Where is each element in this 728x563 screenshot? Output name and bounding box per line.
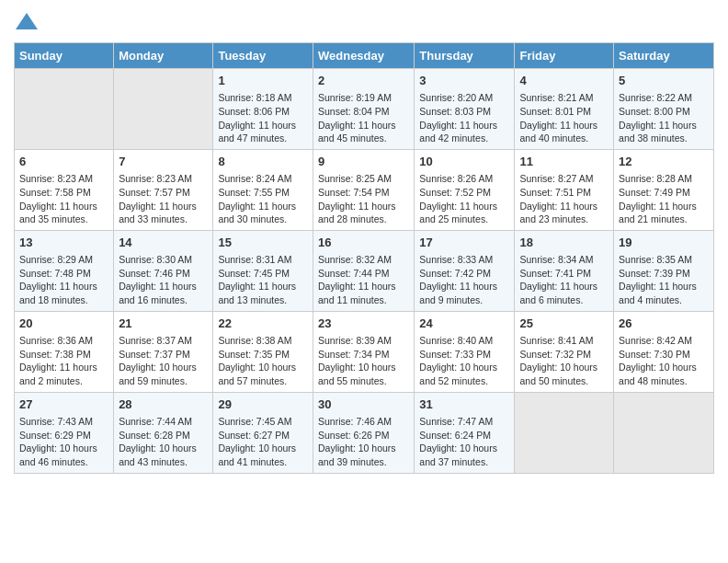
- day-number: 5: [619, 73, 709, 89]
- day-info: Sunrise: 8:42 AMSunset: 7:30 PMDaylight:…: [619, 334, 709, 388]
- day-number: 20: [19, 316, 108, 332]
- day-number: 19: [619, 235, 709, 251]
- calendar-cell: [15, 69, 114, 150]
- page-header: [14, 9, 714, 35]
- day-info: Sunrise: 8:41 AMSunset: 7:32 PMDaylight:…: [519, 334, 609, 388]
- calendar-cell: 1Sunrise: 8:18 AMSunset: 8:06 PMDaylight…: [213, 69, 313, 150]
- day-number: 10: [419, 154, 509, 170]
- day-number: 24: [419, 316, 509, 332]
- day-number: 3: [419, 73, 509, 89]
- day-info: Sunrise: 8:20 AMSunset: 8:03 PMDaylight:…: [419, 91, 509, 145]
- calendar-cell: 13Sunrise: 8:29 AMSunset: 7:48 PMDayligh…: [15, 230, 114, 311]
- day-info: Sunrise: 8:34 AMSunset: 7:41 PMDaylight:…: [519, 253, 609, 307]
- calendar-cell: 25Sunrise: 8:41 AMSunset: 7:32 PMDayligh…: [515, 311, 614, 392]
- header-wednesday: Wednesday: [313, 43, 414, 69]
- day-info: Sunrise: 7:43 AMSunset: 6:29 PMDaylight:…: [19, 415, 108, 469]
- day-number: 30: [318, 396, 409, 413]
- day-number: 26: [619, 316, 709, 332]
- calendar-cell: 18Sunrise: 8:34 AMSunset: 7:41 PMDayligh…: [515, 230, 614, 311]
- calendar-cell: 3Sunrise: 8:20 AMSunset: 8:03 PMDaylight…: [415, 69, 515, 150]
- day-info: Sunrise: 8:37 AMSunset: 7:37 PMDaylight:…: [119, 334, 208, 388]
- calendar-cell: 27Sunrise: 7:43 AMSunset: 6:29 PMDayligh…: [15, 392, 114, 473]
- day-info: Sunrise: 8:21 AMSunset: 8:01 PMDaylight:…: [519, 91, 609, 145]
- day-number: 31: [419, 396, 509, 413]
- calendar-cell: 5Sunrise: 8:22 AMSunset: 8:00 PMDaylight…: [614, 69, 714, 150]
- header-tuesday: Tuesday: [213, 43, 313, 69]
- day-number: 23: [318, 316, 409, 332]
- day-info: Sunrise: 7:45 AMSunset: 6:27 PMDaylight:…: [218, 415, 308, 469]
- day-number: 27: [19, 396, 108, 413]
- day-number: 7: [119, 154, 208, 170]
- calendar-cell: 24Sunrise: 8:40 AMSunset: 7:33 PMDayligh…: [415, 311, 515, 392]
- calendar-cell: 29Sunrise: 7:45 AMSunset: 6:27 PMDayligh…: [213, 392, 313, 473]
- day-info: Sunrise: 8:39 AMSunset: 7:34 PMDaylight:…: [318, 334, 409, 388]
- day-info: Sunrise: 8:22 AMSunset: 8:00 PMDaylight:…: [619, 91, 709, 145]
- calendar-cell: 30Sunrise: 7:46 AMSunset: 6:26 PMDayligh…: [313, 392, 414, 473]
- calendar-cell: 2Sunrise: 8:19 AMSunset: 8:04 PMDaylight…: [313, 69, 414, 150]
- day-number: 1: [218, 73, 308, 89]
- calendar-cell: 14Sunrise: 8:30 AMSunset: 7:46 PMDayligh…: [114, 230, 213, 311]
- week-row-0: 1Sunrise: 8:18 AMSunset: 8:06 PMDaylight…: [15, 69, 714, 150]
- calendar-cell: 12Sunrise: 8:28 AMSunset: 7:49 PMDayligh…: [614, 149, 714, 230]
- day-number: 6: [19, 154, 108, 170]
- calendar-cell: [114, 69, 213, 150]
- calendar-cell: 8Sunrise: 8:24 AMSunset: 7:55 PMDaylight…: [213, 149, 313, 230]
- day-info: Sunrise: 7:46 AMSunset: 6:26 PMDaylight:…: [318, 415, 409, 469]
- day-info: Sunrise: 8:18 AMSunset: 8:06 PMDaylight:…: [218, 91, 308, 145]
- day-info: Sunrise: 8:25 AMSunset: 7:54 PMDaylight:…: [318, 172, 409, 226]
- week-row-3: 20Sunrise: 8:36 AMSunset: 7:38 PMDayligh…: [15, 311, 714, 392]
- header-saturday: Saturday: [614, 43, 714, 69]
- calendar-cell: 4Sunrise: 8:21 AMSunset: 8:01 PMDaylight…: [515, 69, 614, 150]
- calendar-cell: 20Sunrise: 8:36 AMSunset: 7:38 PMDayligh…: [15, 311, 114, 392]
- header-monday: Monday: [114, 43, 213, 69]
- calendar-body: 1Sunrise: 8:18 AMSunset: 8:06 PMDaylight…: [15, 69, 714, 474]
- day-info: Sunrise: 8:23 AMSunset: 7:57 PMDaylight:…: [119, 172, 208, 226]
- day-info: Sunrise: 8:30 AMSunset: 7:46 PMDaylight:…: [119, 253, 208, 307]
- day-info: Sunrise: 8:33 AMSunset: 7:42 PMDaylight:…: [419, 253, 509, 307]
- calendar-cell: 21Sunrise: 8:37 AMSunset: 7:37 PMDayligh…: [114, 311, 213, 392]
- calendar-cell: 22Sunrise: 8:38 AMSunset: 7:35 PMDayligh…: [213, 311, 313, 392]
- calendar-cell: 7Sunrise: 8:23 AMSunset: 7:57 PMDaylight…: [114, 149, 213, 230]
- day-number: 14: [119, 235, 208, 251]
- day-number: 8: [218, 154, 308, 170]
- day-info: Sunrise: 8:24 AMSunset: 7:55 PMDaylight:…: [218, 172, 308, 226]
- day-number: 12: [619, 154, 709, 170]
- day-info: Sunrise: 7:47 AMSunset: 6:24 PMDaylight:…: [419, 415, 509, 469]
- calendar-cell: 11Sunrise: 8:27 AMSunset: 7:51 PMDayligh…: [515, 149, 614, 230]
- calendar-cell: 31Sunrise: 7:47 AMSunset: 6:24 PMDayligh…: [415, 392, 515, 473]
- day-number: 29: [218, 396, 308, 413]
- day-info: Sunrise: 8:38 AMSunset: 7:35 PMDaylight:…: [218, 334, 308, 388]
- day-number: 4: [519, 73, 609, 89]
- day-number: 15: [218, 235, 308, 251]
- day-number: 25: [519, 316, 609, 332]
- week-row-2: 13Sunrise: 8:29 AMSunset: 7:48 PMDayligh…: [15, 230, 714, 311]
- week-row-4: 27Sunrise: 7:43 AMSunset: 6:29 PMDayligh…: [15, 392, 714, 473]
- header-friday: Friday: [515, 43, 614, 69]
- day-info: Sunrise: 7:44 AMSunset: 6:28 PMDaylight:…: [119, 415, 208, 469]
- calendar-cell: [614, 392, 714, 473]
- day-info: Sunrise: 8:26 AMSunset: 7:52 PMDaylight:…: [419, 172, 509, 226]
- day-number: 9: [318, 154, 409, 170]
- calendar-cell: 16Sunrise: 8:32 AMSunset: 7:44 PMDayligh…: [313, 230, 414, 311]
- logo-icon: [14, 9, 40, 35]
- day-number: 16: [318, 235, 409, 251]
- day-info: Sunrise: 8:36 AMSunset: 7:38 PMDaylight:…: [19, 334, 108, 388]
- day-info: Sunrise: 8:32 AMSunset: 7:44 PMDaylight:…: [318, 253, 409, 307]
- calendar-table: SundayMondayTuesdayWednesdayThursdayFrid…: [14, 42, 714, 474]
- calendar-cell: [515, 392, 614, 473]
- header-thursday: Thursday: [415, 43, 515, 69]
- header-row: SundayMondayTuesdayWednesdayThursdayFrid…: [15, 43, 714, 69]
- day-number: 11: [519, 154, 609, 170]
- day-info: Sunrise: 8:31 AMSunset: 7:45 PMDaylight:…: [218, 253, 308, 307]
- calendar-cell: 23Sunrise: 8:39 AMSunset: 7:34 PMDayligh…: [313, 311, 414, 392]
- calendar-cell: 28Sunrise: 7:44 AMSunset: 6:28 PMDayligh…: [114, 392, 213, 473]
- calendar-cell: 10Sunrise: 8:26 AMSunset: 7:52 PMDayligh…: [415, 149, 515, 230]
- day-number: 17: [419, 235, 509, 251]
- calendar-cell: 19Sunrise: 8:35 AMSunset: 7:39 PMDayligh…: [614, 230, 714, 311]
- day-number: 13: [19, 235, 108, 251]
- day-number: 2: [318, 73, 409, 89]
- calendar-cell: 15Sunrise: 8:31 AMSunset: 7:45 PMDayligh…: [213, 230, 313, 311]
- calendar-header: SundayMondayTuesdayWednesdayThursdayFrid…: [15, 43, 714, 69]
- day-info: Sunrise: 8:27 AMSunset: 7:51 PMDaylight:…: [519, 172, 609, 226]
- calendar-cell: 9Sunrise: 8:25 AMSunset: 7:54 PMDaylight…: [313, 149, 414, 230]
